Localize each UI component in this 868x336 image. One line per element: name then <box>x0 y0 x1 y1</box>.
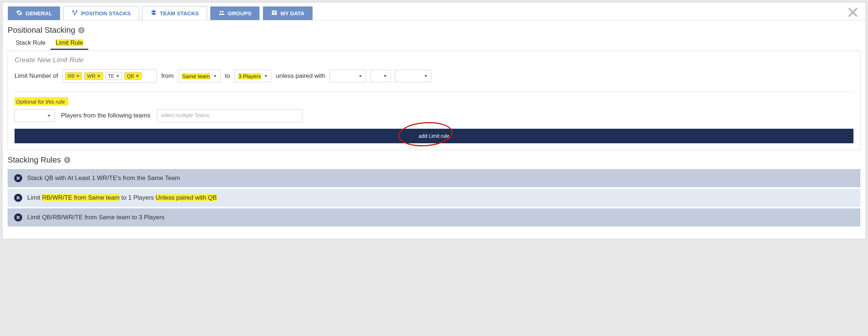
rule-row: ✕ Stack QB with At Least 1 WR/TE's from … <box>8 169 860 187</box>
delete-rule-icon[interactable]: ✕ <box>14 174 22 182</box>
rule-frag-hl: Unless paired with QB <box>156 194 217 201</box>
remove-icon[interactable]: ✕ <box>136 73 139 79</box>
rule-frag-hl: RB/WR/TE from Same team <box>42 194 120 201</box>
svg-point-3 <box>220 11 222 13</box>
info-icon[interactable]: i <box>78 27 85 33</box>
svg-rect-1 <box>76 10 77 12</box>
chip-te[interactable]: TE✕ <box>105 72 122 80</box>
rule-text: Limit QB/RB/WR/TE from Same team to 3 Pl… <box>27 214 165 221</box>
close-icon[interactable]: ✕ <box>846 5 860 21</box>
chip-qb[interactable]: QB✕ <box>124 72 142 80</box>
tab-groups[interactable]: GROUPS <box>210 6 260 20</box>
rule-frag: Limit <box>27 194 42 201</box>
remove-icon[interactable]: ✕ <box>97 73 101 79</box>
tab-my-data[interactable]: MY DATA <box>263 6 313 20</box>
nodes-icon <box>72 9 78 17</box>
remove-icon[interactable]: ✕ <box>116 73 120 79</box>
table-icon <box>271 9 278 17</box>
positions-multiselect[interactable]: RB✕ WR✕ TE✕ QB✕ <box>62 69 157 83</box>
rule-row: ✕ Limit RB/WR/TE from Same team to 1 Pla… <box>8 189 860 207</box>
rules-title-text: Stacking Rules <box>8 155 61 165</box>
add-button-label: add Limit rule <box>419 133 449 139</box>
svg-rect-0 <box>73 10 74 12</box>
tab-label: TEAM STACKS <box>160 10 199 16</box>
gear-icon <box>16 9 23 17</box>
info-icon[interactable]: i <box>64 157 70 163</box>
svg-point-4 <box>222 11 224 13</box>
limit-number-label: Limit Number of <box>15 72 58 80</box>
rule-text: Stack QB with At Least 1 WR/TE's from th… <box>27 175 180 182</box>
layers-icon <box>150 9 157 17</box>
chip-rb[interactable]: RB✕ <box>65 72 82 80</box>
from-value: Same team <box>182 73 210 79</box>
tab-general[interactable]: GENERAL <box>8 6 60 20</box>
tab-label: MY DATA <box>280 10 304 16</box>
to-label: to <box>225 72 230 80</box>
teams-multiselect[interactable]: select multiple Teams <box>157 109 302 122</box>
delete-rule-icon[interactable]: ✕ <box>14 213 22 221</box>
form-heading: Create New Limit Rule <box>15 56 853 64</box>
tab-label: GROUPS <box>228 10 251 16</box>
unless-op-dropdown[interactable] <box>370 70 391 82</box>
add-limit-rule-button[interactable]: add Limit rule <box>15 129 853 143</box>
subtab-limit-rule[interactable]: Limit Rule <box>51 38 88 50</box>
optional-label: Optional for this rule <box>15 97 68 105</box>
chip-label: TE <box>108 73 114 79</box>
unless-label: unless paired with <box>276 72 325 80</box>
tab-label: POSITION STACKS <box>81 10 130 16</box>
from-label: from <box>161 72 174 80</box>
unless-value-dropdown[interactable] <box>395 70 431 82</box>
delete-rule-icon[interactable]: ✕ <box>14 194 22 202</box>
top-tabs: GENERAL POSITION STACKS TEAM STACKS GROU… <box>3 3 865 20</box>
section-title-text: Positional Stacking <box>8 25 75 35</box>
people-icon <box>218 9 225 17</box>
from-dropdown[interactable]: Same team <box>178 70 221 82</box>
rule-text: Limit RB/WR/TE from Same team to 1 Playe… <box>27 194 217 201</box>
stacking-rules-title: Stacking Rules i <box>3 150 865 168</box>
subtab-limit-label: Limit Rule <box>56 39 83 46</box>
section-title: Positional Stacking i <box>8 25 860 35</box>
rule-row: ✕ Limit QB/RB/WR/TE from Same team to 3 … <box>8 208 860 227</box>
remove-icon[interactable]: ✕ <box>76 73 80 79</box>
chip-label: RB <box>68 73 74 79</box>
to-dropdown[interactable]: 3 Players <box>234 70 272 82</box>
svg-rect-2 <box>74 14 76 15</box>
tab-team-stacks[interactable]: TEAM STACKS <box>142 6 207 20</box>
unless-position-dropdown[interactable] <box>330 70 366 82</box>
limit-rule-form: Create New Limit Rule Limit Number of RB… <box>8 51 860 150</box>
tab-label: GENERAL <box>25 10 52 16</box>
to-value: 3 Players <box>238 73 261 79</box>
rule-frag: to 1 Players <box>120 194 156 201</box>
subtab-stack-rule[interactable]: Stack Rule <box>11 38 51 50</box>
tab-position-stacks[interactable]: POSITION STACKS <box>63 6 139 20</box>
chip-label: QB <box>127 73 134 79</box>
chip-label: WR <box>87 73 95 79</box>
players-from-teams-label: Players from the following teams <box>61 112 150 119</box>
optional-scope-dropdown[interactable] <box>15 109 54 122</box>
chip-wr[interactable]: WR✕ <box>84 72 103 80</box>
